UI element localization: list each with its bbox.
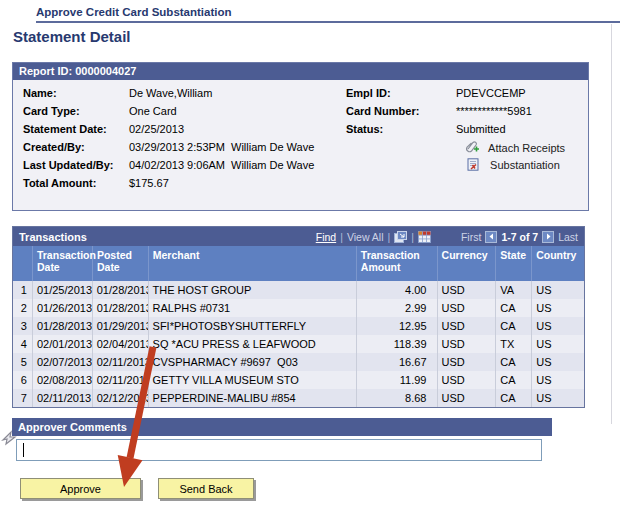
breadcrumb: Approve Credit Card Substantiation [36,6,232,18]
page-title: Statement Detail [13,28,131,45]
table-row: 1 01/25/2013 01/28/2013 THE HOST GROUP 4… [13,281,584,299]
find-link[interactable]: Find [316,231,336,243]
cell-transaction-date: 02/07/2013 [33,353,93,371]
cell-rownum: 4 [13,335,33,353]
cell-currency: USD [438,335,497,353]
updated-by-value: William De Wave [231,159,314,171]
header-transaction-date: Transaction Date [33,246,93,281]
cell-amount: 4.00 [357,281,438,299]
cell-transaction-date: 01/25/2013 [33,281,93,299]
grid-header-row: Transaction Date Posted Date Merchant Tr… [13,246,584,281]
nav-separator: | [387,231,390,243]
table-row: 3 01/28/2013 01/29/2013 SFI*PHOTOSBYSHUT… [13,317,584,335]
header-posted-date: Posted Date [93,246,149,281]
transactions-grid: Transactions Find | View All | | First 1… [12,226,585,408]
attach-receipts-link[interactable]: Attach Receipts [465,140,565,156]
cell-currency: USD [438,317,497,335]
document-icon [467,161,482,173]
cell-posted-date: 02/04/2013 [93,335,149,353]
cell-state: CA [496,317,532,335]
report-group-box: Report ID: 0000004027 Name: De Wave,Will… [12,62,589,211]
nav-separator: | [411,231,414,243]
status-label: Status: [346,123,383,135]
header-currency: Currency [438,246,497,281]
paperclip-plus-icon [465,144,482,156]
table-row: 5 02/07/2013 02/11/2013 CVSPHARMACY #969… [13,353,584,371]
cell-transaction-date: 02/11/2013 [33,389,93,407]
cell-state: CA [496,389,532,407]
approver-comments-input[interactable] [16,439,542,461]
cell-state: CA [496,353,532,371]
statement-detail-page: Approve Credit Card Substantiation State… [0,0,620,509]
cell-transaction-date: 02/01/2013 [33,335,93,353]
cell-country: US [532,335,584,353]
cell-amount: 2.99 [357,299,438,317]
cell-merchant: SQ *ACU PRESS & LEAFWOOD [149,335,357,353]
cell-amount: 11.99 [357,371,438,389]
name-value: De Wave,William [129,87,212,99]
status-value: Submitted [456,123,506,135]
cell-merchant: GETTY VILLA MUSEUM STO [149,371,357,389]
first-link[interactable]: First [461,231,481,243]
cell-state: CA [496,299,532,317]
card-number-value: ************5981 [456,105,532,117]
download-to-excel-icon[interactable] [418,231,431,243]
cell-posted-date: 01/29/2013 [93,317,149,335]
cell-country: US [532,299,584,317]
page-edge-line [611,24,612,424]
cell-posted-date: 02/11/2013 [93,353,149,371]
total-amount-value: $175.67 [129,177,169,189]
cell-posted-date: 02/11/2013 [93,371,149,389]
chevron-right-icon[interactable] [542,231,554,243]
empl-id-value: PDEVCCEMP [456,87,526,99]
cell-amount: 118.39 [357,335,438,353]
statement-date-value: 02/25/2013 [129,123,184,135]
table-row: 6 02/08/2013 02/11/2013 GETTY VILLA MUSE… [13,371,584,389]
title-divider [36,21,620,23]
cell-currency: USD [438,371,497,389]
nav-separator: | [340,231,343,243]
card-number-label: Card Number: [346,105,419,117]
cell-posted-date: 01/28/2013 [93,299,149,317]
chevron-left-icon[interactable] [485,231,497,243]
cell-posted-date: 01/28/2013 [93,281,149,299]
transactions-title: Transactions [19,231,87,243]
cell-country: US [532,317,584,335]
statement-date-label: Statement Date: [23,123,107,135]
header-merchant: Merchant [149,246,357,281]
cell-transaction-date: 01/28/2013 [33,317,93,335]
cell-amount: 8.68 [357,389,438,407]
header-state: State [496,246,532,281]
cell-rownum: 6 [13,371,33,389]
card-type-value: One Card [129,105,177,117]
cell-state: TX [496,335,532,353]
zoom-popup-icon[interactable] [394,231,407,243]
name-label: Name: [23,87,57,99]
send-back-button[interactable]: Send Back [158,478,254,499]
cell-merchant: CVSPHARMACY #9697 Q03 [149,353,357,371]
created-datetime: 03/29/2013 2:53PM [129,141,225,153]
transactions-titlebar: Transactions Find | View All | | First 1… [13,226,584,246]
cell-rownum: 2 [13,299,33,317]
grid-navigation: Find | View All | | First 1-7 of 7 [316,231,578,243]
view-all-link[interactable]: View All [347,231,384,243]
cell-rownum: 5 [13,353,33,371]
cell-rownum: 1 [13,281,33,299]
table-row: 4 02/01/2013 02/04/2013 SQ *ACU PRESS & … [13,335,584,353]
header-rownum [13,246,33,281]
cell-merchant: RALPHS #0731 [149,299,357,317]
substantiation-link[interactable]: Substantiation [467,158,560,173]
cell-country: US [532,281,584,299]
cell-state: CA [496,371,532,389]
header-country: Country [532,246,584,281]
report-id-bar: Report ID: 0000004027 [13,63,588,80]
cell-rownum: 3 [13,317,33,335]
empl-id-label: Empl ID: [346,87,391,99]
updated-datetime: 04/02/2013 9:06AM [129,159,225,171]
approve-button[interactable]: Approve [20,478,141,499]
cell-state: VA [496,281,532,299]
last-link[interactable]: Last [558,231,578,243]
cell-amount: 16.67 [357,353,438,371]
cell-merchant: SFI*PHOTOSBYSHUTTERFLY [149,317,357,335]
row-range: 1-7 of 7 [501,231,538,243]
